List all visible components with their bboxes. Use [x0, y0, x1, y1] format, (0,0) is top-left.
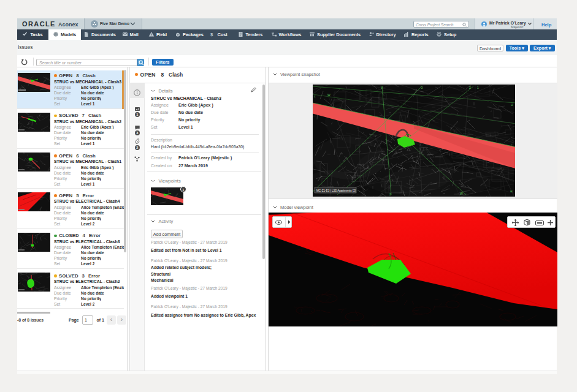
svg-text:U: U	[511, 103, 513, 107]
svg-text:W: W	[460, 192, 463, 195]
svg-text:1: 1	[477, 86, 479, 89]
svg-text:2: 2	[469, 86, 471, 89]
svg-text:U: U	[421, 86, 423, 89]
svg-text:W: W	[327, 93, 331, 97]
svg-text:w: w	[510, 189, 513, 193]
svg-text:$: $	[210, 32, 213, 37]
svg-text:2: 2	[389, 192, 391, 196]
svg-text:MC-Z1-E3 | L3S Apartments [2]: MC-Z1-E3 | L3S Apartments [2]	[316, 189, 356, 192]
